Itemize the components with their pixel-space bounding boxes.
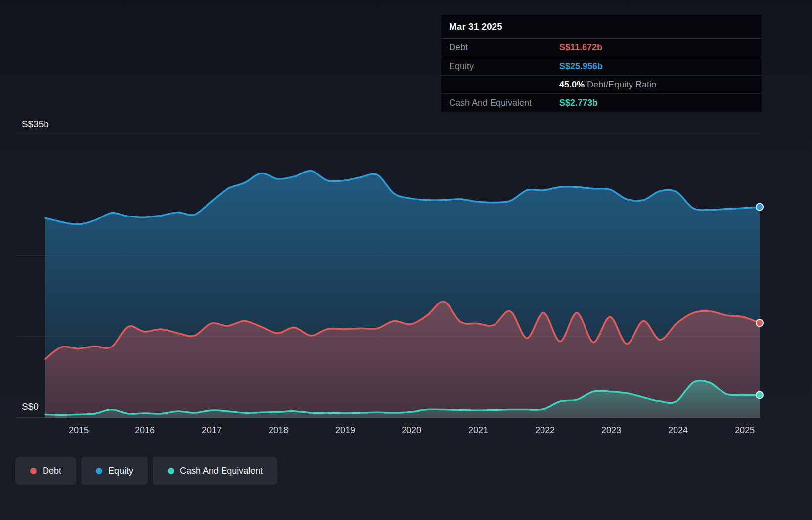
x-tick-2016: 2016 [128,425,162,435]
x-tick-2022: 2022 [528,425,562,435]
debt-legend-dot-icon [30,468,37,474]
tooltip-row-cash: Cash And Equivalent S$2.773b [441,93,762,112]
x-tick-2025: 2025 [727,425,762,435]
equity-legend-dot-icon [96,468,102,474]
x-tick-2024: 2024 [661,425,695,435]
x-tick-2021: 2021 [461,425,496,435]
chart-tooltip: Mar 31 2025 Debt S$11.672b Equity S$25.9… [441,15,762,112]
debt-equity-ratio-label: Debt/Equity Ratio [587,80,656,89]
x-tick-2018: 2018 [261,425,296,435]
tooltip-row-equity: Equity S$25.956b [441,57,762,75]
legend-item-equity[interactable]: Equity [81,457,148,485]
x-tick-2019: 2019 [328,425,362,435]
legend-label-cash: Cash And Equivalent [180,466,263,476]
chart-page: S$35b S$0 2015 2016 2017 2018 2019 2020 … [0,0,812,520]
legend-item-cash[interactable]: Cash And Equivalent [153,457,277,485]
x-tick-2017: 2017 [194,425,229,435]
equity-value: S$25.956b [559,61,603,72]
cash-legend-dot-icon [168,468,174,474]
legend-item-debt[interactable]: Debt [15,457,76,485]
tooltip-date: Mar 31 2025 [441,15,762,39]
equity-label: Equity [449,61,559,72]
x-tick-2015: 2015 [61,425,96,435]
y-axis-label-zero: S$0 [22,401,39,412]
y-axis-label-top: S$35b [22,119,49,130]
legend-label-debt: Debt [43,466,61,476]
debt-label: Debt [449,43,559,53]
debt-value: S$11.672b [559,43,602,53]
ratio-value-group: 45.0% Debt/Equity Ratio [559,80,656,90]
legend-label-equity: Equity [108,466,133,476]
legend: Debt Equity Cash And Equivalent [15,457,277,485]
tooltip-row-ratio: 45.0% Debt/Equity Ratio [441,75,762,93]
debt-equity-ratio-value: 45.0% [559,80,585,89]
x-tick-2023: 2023 [594,425,629,435]
x-tick-2020: 2020 [394,425,429,435]
cash-value: S$2.773b [559,98,598,108]
cash-label: Cash And Equivalent [449,98,559,108]
tooltip-row-debt: Debt S$11.672b [441,39,762,57]
